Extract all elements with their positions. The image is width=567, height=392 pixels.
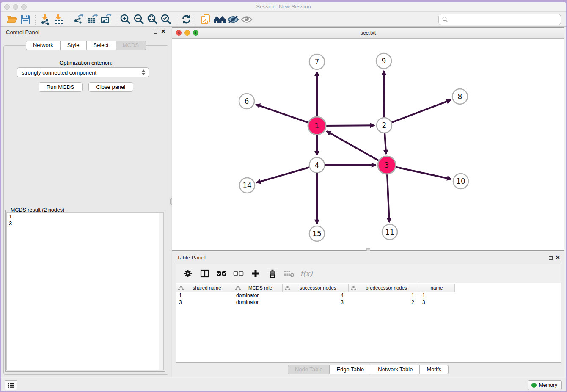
delete-table-button[interactable] xyxy=(284,268,295,279)
table-settings-button[interactable] xyxy=(182,268,194,279)
mcds-result-textarea[interactable]: 1 3 xyxy=(6,212,164,370)
node-label-7: 7 xyxy=(315,58,319,66)
delete-table-icon xyxy=(284,269,295,278)
edge-2-3[interactable] xyxy=(385,132,386,154)
toolbar-separator xyxy=(69,14,69,25)
network-resize-grip[interactable] xyxy=(366,248,370,251)
function-builder-button[interactable]: f(x) xyxy=(300,268,312,279)
apply-layout-button[interactable] xyxy=(179,13,193,26)
tab-edge-table[interactable]: Edge Table xyxy=(330,365,371,374)
table-cell[interactable]: 3 xyxy=(419,299,455,306)
select-all-button[interactable] xyxy=(216,268,228,279)
document-share-icon xyxy=(200,14,212,25)
tab-motifs[interactable]: Motifs xyxy=(420,365,449,374)
export-network-button[interactable] xyxy=(72,13,85,26)
node-label-8: 8 xyxy=(458,92,462,101)
split-panel-icon xyxy=(200,269,209,278)
save-floppy-icon xyxy=(20,14,31,25)
close-table-panel-icon[interactable]: ✕ xyxy=(555,254,560,261)
node-label-6: 6 xyxy=(245,97,249,105)
column-header-successor-nodes[interactable]: successor nodes xyxy=(283,284,349,292)
export-image-button[interactable] xyxy=(99,13,113,26)
table-cell[interactable]: 2 xyxy=(349,299,419,306)
tab-style[interactable]: Style xyxy=(61,41,87,50)
tab-select[interactable]: Select xyxy=(87,41,116,50)
zoom-out-button[interactable] xyxy=(132,13,146,26)
zoom-in-button[interactable] xyxy=(119,13,132,26)
node-label-3: 3 xyxy=(385,161,389,169)
table-panel-title: Table Panel xyxy=(177,254,206,261)
edge-4-14[interactable] xyxy=(256,167,311,182)
close-panel-button[interactable]: Close panel xyxy=(88,82,134,92)
import-table-button[interactable] xyxy=(52,13,66,26)
add-row-button[interactable] xyxy=(250,268,261,279)
gear-icon xyxy=(183,269,193,278)
show-graphics-details-button[interactable] xyxy=(240,13,253,26)
export-table-button[interactable] xyxy=(85,13,99,26)
edge-2-9[interactable] xyxy=(384,71,384,119)
edge-2-8[interactable] xyxy=(391,100,451,123)
plus-icon xyxy=(251,269,260,278)
float-table-panel-icon[interactable] xyxy=(549,256,553,260)
edge-1-2[interactable] xyxy=(325,125,374,126)
hide-graphics-details-button[interactable] xyxy=(226,13,240,26)
column-label: predecessor nodes xyxy=(356,285,419,290)
tab-network-table[interactable]: Network Table xyxy=(371,365,420,374)
control-panel-header: Control Panel ✕ xyxy=(1,27,171,38)
table-cell[interactable]: 1 xyxy=(349,292,419,299)
import-network-button[interactable] xyxy=(39,13,52,26)
edge-1-6[interactable] xyxy=(256,105,309,123)
network-window-title: scc.txt xyxy=(172,30,564,36)
table-panel-header: Table Panel ✕ xyxy=(172,252,564,263)
unchecked-boxes-icon xyxy=(233,270,244,277)
zoom-selected-icon xyxy=(160,14,172,25)
edge-3-10[interactable] xyxy=(395,167,451,179)
network-from-file-button[interactable] xyxy=(199,13,213,26)
table-cell[interactable]: 4 xyxy=(283,292,349,299)
column-grip-icon xyxy=(285,286,290,290)
memory-button[interactable]: Memory xyxy=(528,380,562,390)
delete-row-button[interactable] xyxy=(267,268,278,279)
title-bar: Session: New Session xyxy=(1,2,566,12)
column-header-shared-name[interactable]: shared name xyxy=(176,284,233,292)
tab-node-table[interactable]: Node Table xyxy=(288,365,330,374)
criterion-select[interactable]: strongly connected component xyxy=(17,67,149,77)
table-cell[interactable]: 1 xyxy=(419,292,455,299)
home-button[interactable] xyxy=(213,13,226,26)
table-cell[interactable]: 1 xyxy=(176,292,233,299)
tab-mcds[interactable]: MCDS xyxy=(116,41,146,50)
mcds-result-line: 3 xyxy=(9,220,163,227)
table-body: 1dominator4113dominator323 xyxy=(176,292,561,306)
column-header-name[interactable]: name xyxy=(419,284,455,292)
table-cell[interactable]: 3 xyxy=(283,299,349,306)
tab-network[interactable]: Network xyxy=(26,41,61,50)
table-cell[interactable]: dominator xyxy=(233,292,283,299)
deselect-all-button[interactable] xyxy=(233,268,245,279)
eye-slash-icon xyxy=(227,14,239,25)
result-scrollbar[interactable] xyxy=(159,213,163,370)
toolbar-separator xyxy=(176,14,176,25)
split-panel-button[interactable] xyxy=(199,268,211,279)
float-panel-icon[interactable] xyxy=(154,30,157,34)
network-canvas[interactable]: 7968124314101511 xyxy=(172,39,564,250)
open-session-button[interactable] xyxy=(5,13,19,26)
mcds-result-line: 1 xyxy=(9,213,163,220)
zoom-fit-button[interactable] xyxy=(146,13,160,26)
search-input[interactable] xyxy=(438,14,561,25)
zoom-selected-button[interactable] xyxy=(160,13,173,26)
table-cell[interactable]: 3 xyxy=(176,299,233,306)
save-session-button[interactable] xyxy=(19,13,32,26)
memory-label: Memory xyxy=(539,382,557,388)
mcds-result-box: MCDS result (2 nodes) 1 3 xyxy=(5,210,165,372)
close-panel-icon[interactable]: ✕ xyxy=(161,28,166,35)
column-header-predecessor-nodes[interactable]: predecessor nodes xyxy=(349,284,419,292)
task-history-button[interactable] xyxy=(5,380,17,390)
edge-3-1[interactable] xyxy=(327,131,380,161)
table-cell[interactable]: dominator xyxy=(233,299,283,306)
column-header-MCDS-role[interactable]: MCDS role xyxy=(233,284,283,292)
edge-3-11[interactable] xyxy=(387,173,389,222)
column-grip-icon xyxy=(351,286,356,290)
status-bar: Memory xyxy=(1,378,566,391)
run-mcds-button[interactable]: Run MCDS xyxy=(39,82,83,92)
criterion-select-value: strongly connected component xyxy=(22,69,141,76)
